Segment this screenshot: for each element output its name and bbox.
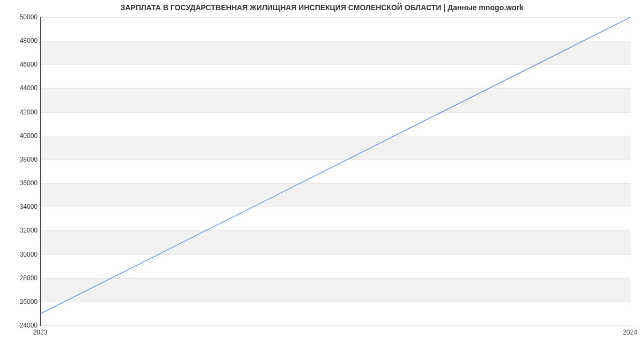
plot-area [40,17,631,326]
chart-title: ЗАРПЛАТА В ГОСУДАРСТВЕННАЯ ЖИЛИЩНАЯ ИНСП… [0,3,644,12]
line-series [41,17,631,325]
y-tick-label: 48000 [5,37,38,45]
y-tick-label: 50000 [5,13,38,21]
y-tick-label: 38000 [5,156,38,163]
y-tick-label: 42000 [5,108,38,116]
y-tick-label: 40000 [5,132,38,140]
y-tick-label: 26000 [5,298,38,306]
y-tick-label: 34000 [5,203,38,210]
y-tick-label: 44000 [5,84,38,92]
y-tick-label: 36000 [5,179,38,187]
y-tick-label: 30000 [5,251,38,258]
y-tick-label: 32000 [5,227,38,234]
chart-container: ЗАРПЛАТА В ГОСУДАРСТВЕННАЯ ЖИЛИЩНАЯ ИНСП… [0,0,644,349]
y-tick-label: 28000 [5,274,38,282]
gridline [41,325,631,326]
x-tick-label: 2023 [33,329,48,336]
x-tick-label: 2024 [623,329,638,336]
y-tick-label: 24000 [5,322,38,329]
y-tick-label: 46000 [5,61,38,68]
